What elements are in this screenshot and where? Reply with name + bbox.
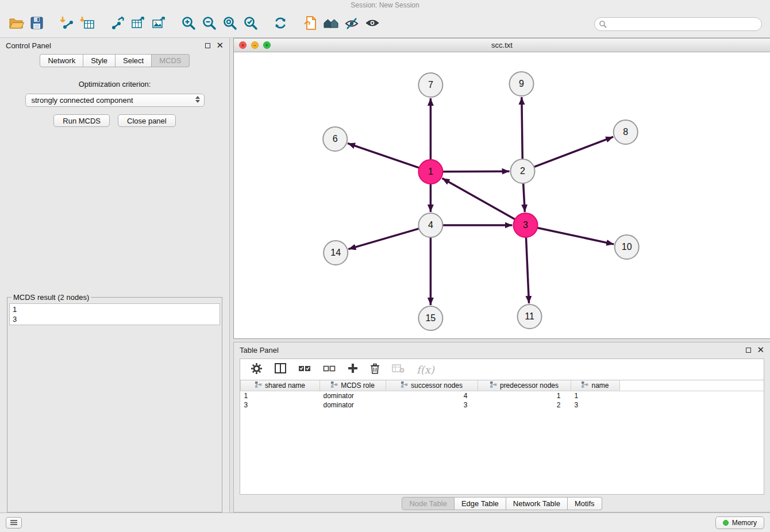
export-network-button[interactable] (107, 14, 128, 34)
export-table-button[interactable] (128, 14, 148, 34)
run-mcds-button[interactable]: Run MCDS (53, 114, 110, 127)
network-graph: 7968124314101511 (234, 52, 770, 338)
tab-network-table[interactable]: Network Table (506, 497, 568, 510)
node-15[interactable]: 15 (418, 306, 442, 330)
table-panel: Table Panel ✕ (233, 342, 770, 512)
maximize-window-icon[interactable]: + (263, 41, 271, 49)
table-row[interactable]: 3dominator323 (241, 400, 764, 410)
tab-network[interactable]: Network (40, 54, 83, 67)
close-panel-icon[interactable]: ✕ (216, 43, 224, 48)
apply-layout-button[interactable] (270, 14, 291, 34)
deselect-all-icon (323, 364, 336, 375)
network-canvas[interactable]: 7968124314101511 (234, 52, 770, 338)
zoom-out-button[interactable] (199, 14, 220, 34)
import-network-button[interactable] (56, 14, 77, 34)
zoom-selected-button[interactable] (240, 14, 261, 34)
hide-graphics-details-button[interactable] (341, 14, 362, 34)
column-header-mcds-role[interactable]: MCDS role (320, 380, 386, 391)
float-table-panel-icon[interactable] (746, 348, 751, 353)
minimize-window-icon[interactable]: − (251, 41, 259, 49)
close-window-icon[interactable]: × (239, 41, 247, 49)
tab-mcds[interactable]: MCDS (152, 54, 189, 67)
import-table-icon (79, 15, 95, 33)
node-label-15: 15 (425, 314, 436, 323)
node-11[interactable]: 11 (518, 304, 542, 329)
column-header-predecessor-nodes[interactable]: predecessor nodes (478, 380, 571, 391)
delete-column-button[interactable] (370, 363, 380, 376)
table-panel-title: Table Panel (240, 346, 279, 354)
table-header-row: shared name MCDS role successor nodes pr… (241, 380, 764, 391)
zoom-in-button[interactable] (178, 14, 199, 34)
column-header-successor-nodes[interactable]: successor nodes (386, 380, 478, 391)
edge-1-2[interactable] (442, 171, 509, 172)
first-neighbors-button[interactable] (321, 14, 341, 34)
homes-icon (322, 15, 340, 33)
search-input[interactable] (594, 17, 762, 31)
cell-successor-nodes: 4 (386, 391, 478, 400)
edge-2-8[interactable] (534, 137, 613, 167)
edge-3-10[interactable] (537, 228, 614, 244)
node-8[interactable]: 8 (614, 120, 638, 144)
tab-select[interactable]: Select (116, 54, 152, 67)
edge-3-11[interactable] (526, 237, 529, 303)
table-toolbar: f(x) (240, 359, 764, 380)
float-panel-icon[interactable] (205, 43, 210, 48)
import-table-button[interactable] (77, 14, 98, 34)
mcds-panel-content: Optimization criterion: strongly connect… (0, 67, 229, 512)
node-label-8: 8 (623, 128, 628, 137)
node-1[interactable]: 1 (418, 160, 442, 184)
tab-style[interactable]: Style (83, 54, 116, 67)
eye-icon (364, 15, 380, 33)
node-6[interactable]: 6 (323, 127, 347, 151)
network-overview-button[interactable] (300, 14, 321, 34)
column-header-shared-name[interactable]: shared name (241, 380, 320, 391)
save-session-button[interactable] (26, 14, 47, 34)
add-column-button[interactable] (348, 363, 358, 376)
memory-button[interactable]: Memory (715, 516, 764, 529)
show-graphics-details-button[interactable] (362, 14, 383, 34)
export-image-button[interactable] (148, 14, 169, 34)
network-window-titlebar: × − + scc.txt (234, 38, 770, 52)
window-title: Session: New Session (351, 1, 419, 9)
tab-motifs[interactable]: Motifs (568, 497, 602, 510)
node-table: shared name MCDS role successor nodes pr… (240, 380, 764, 410)
edge-1-6[interactable] (348, 143, 419, 168)
gear-icon (251, 363, 263, 377)
result-line: 1 (13, 304, 217, 314)
tab-node-table[interactable]: Node Table (402, 497, 455, 510)
list-icon (10, 518, 18, 528)
node-10[interactable]: 10 (615, 235, 639, 259)
close-table-panel-icon[interactable]: ✕ (757, 347, 764, 353)
result-line: 3 (13, 314, 217, 324)
select-all-button[interactable] (298, 364, 311, 375)
control-panel-title: Control Panel (6, 41, 51, 50)
node-label-3: 3 (523, 221, 528, 230)
criterion-select[interactable]: strongly connected component (25, 94, 205, 107)
node-14[interactable]: 14 (324, 241, 348, 265)
search-icon (599, 20, 607, 30)
edge-3-1[interactable] (442, 178, 515, 219)
deselect-all-button[interactable] (323, 364, 336, 375)
zoom-fit-button[interactable] (220, 14, 240, 34)
close-panel-button[interactable]: Close panel (118, 114, 176, 127)
columns-icon (275, 363, 286, 376)
table-row[interactable]: 1dominator411 (241, 391, 764, 400)
node-9[interactable]: 9 (510, 72, 534, 96)
open-folder-icon (8, 15, 24, 33)
edge-2-3[interactable] (523, 183, 525, 212)
node-4[interactable]: 4 (418, 213, 442, 237)
column-header-name[interactable]: name (571, 380, 620, 391)
open-session-button[interactable] (6, 14, 26, 34)
table-settings-button[interactable] (251, 363, 263, 377)
node-3[interactable]: 3 (514, 213, 538, 237)
edge-2-9[interactable] (522, 97, 522, 159)
control-panel-tabs: Network Style Select MCDS (0, 54, 229, 67)
node-2[interactable]: 2 (511, 159, 535, 183)
node-7[interactable]: 7 (418, 73, 442, 97)
tab-edge-table[interactable]: Edge Table (455, 497, 506, 510)
main-area: Control Panel ✕ Network Style Select MCD… (0, 38, 770, 512)
network-view-window: × − + scc.txt 7968124314101511 (233, 38, 770, 339)
edge-4-14[interactable] (348, 229, 419, 249)
task-history-button[interactable] (6, 517, 22, 529)
column-visibility-button[interactable] (275, 363, 286, 376)
